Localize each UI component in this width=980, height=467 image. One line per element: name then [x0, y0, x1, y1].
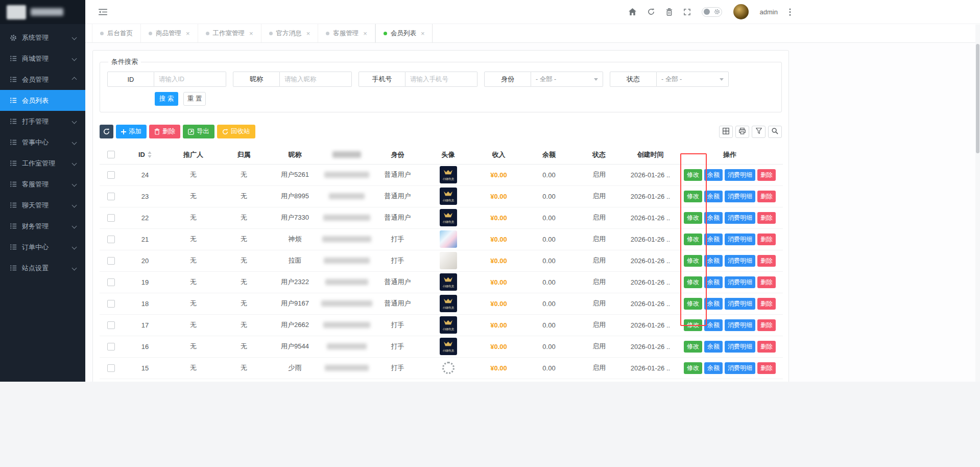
consume-detail-button[interactable]: 消费明细 — [725, 212, 755, 224]
row-checkbox[interactable] — [107, 214, 115, 222]
sidebar-item-7[interactable]: 工作室管理 — [0, 153, 85, 174]
edit-button[interactable]: 修改 — [684, 212, 702, 224]
consume-detail-button[interactable]: 消费明细 — [725, 169, 755, 181]
row-checkbox[interactable] — [107, 278, 115, 286]
consume-detail-button[interactable]: 消费明细 — [725, 319, 755, 331]
consume-detail-button[interactable]: 消费明细 — [725, 276, 755, 288]
sidebar-item-5[interactable]: 打手管理 — [0, 111, 85, 132]
tab-6[interactable]: 会员列表× — [375, 24, 433, 42]
refresh-table-button[interactable] — [100, 125, 113, 138]
admin-label[interactable]: admin — [760, 8, 778, 16]
edit-button[interactable]: 修改 — [684, 191, 702, 202]
delete-button[interactable]: 删除 — [757, 233, 776, 245]
tab-5[interactable]: 客服管理× — [318, 24, 375, 42]
balance-button[interactable]: 余额 — [704, 298, 723, 310]
row-checkbox[interactable] — [107, 236, 115, 243]
refresh-icon[interactable] — [648, 8, 655, 15]
scrollbar-thumb[interactable] — [976, 44, 979, 153]
tab-4[interactable]: 官方消息× — [261, 24, 319, 42]
row-checkbox[interactable] — [107, 343, 115, 351]
balance-button[interactable]: 余额 — [704, 319, 723, 331]
balance-button[interactable]: 余额 — [704, 362, 723, 374]
tab-close-icon[interactable]: × — [249, 30, 253, 37]
tab-close-icon[interactable]: × — [306, 30, 310, 37]
sidebar-item-3[interactable]: 会员管理 — [0, 69, 85, 90]
edit-button[interactable]: 修改 — [684, 169, 702, 181]
sidebar-item-9[interactable]: 聊天管理 — [0, 195, 85, 216]
delete-button[interactable]: 删除 — [757, 298, 776, 310]
balance-button[interactable]: 余额 — [704, 169, 723, 181]
toggle-columns-button[interactable] — [719, 126, 733, 138]
delete-button[interactable]: 删除 — [757, 169, 776, 181]
delete-button[interactable]: 删除 — [757, 191, 776, 202]
delete-button[interactable]: 删除 — [757, 255, 776, 267]
consume-detail-button[interactable]: 消费明细 — [725, 233, 755, 245]
consume-detail-button[interactable]: 消费明细 — [725, 191, 755, 202]
home-icon[interactable] — [629, 8, 636, 15]
delete-button[interactable]: 删除 — [757, 276, 776, 288]
delete-button[interactable]: 删除 — [757, 341, 776, 353]
balance-button[interactable]: 余额 — [704, 212, 723, 224]
select-all-checkbox[interactable] — [107, 151, 115, 158]
tab-3[interactable]: 工作室管理× — [198, 24, 261, 42]
tab-1[interactable]: 后台首页 — [92, 24, 141, 42]
reset-button[interactable]: 重 置 — [183, 92, 206, 106]
sidebar-item-1[interactable]: 系统管理 — [0, 27, 85, 48]
search-field-select[interactable]: - 全部 - — [657, 72, 729, 87]
search-button[interactable]: 搜 索 — [155, 92, 178, 106]
balance-button[interactable]: 余额 — [704, 276, 723, 288]
sort-icon[interactable] — [148, 151, 152, 158]
search-field-select[interactable]: - 全部 - — [531, 72, 603, 87]
consume-detail-button[interactable]: 消费明细 — [725, 298, 755, 310]
balance-button[interactable]: 余额 — [704, 255, 723, 267]
sidebar-item-10[interactable]: 财务管理 — [0, 216, 85, 237]
filter-button[interactable] — [752, 126, 766, 138]
delete-button[interactable]: 删除 — [757, 319, 776, 331]
consume-detail-button[interactable]: 消费明细 — [725, 362, 755, 374]
delete-button[interactable]: 删除 — [757, 362, 776, 374]
edit-button[interactable]: 修改 — [684, 362, 702, 374]
fullscreen-icon[interactable] — [684, 9, 690, 15]
search-toggle-button[interactable] — [768, 126, 782, 138]
balance-button[interactable]: 余额 — [704, 191, 723, 202]
theme-toggle[interactable] — [702, 7, 722, 17]
export-button[interactable]: 导出 — [183, 125, 214, 138]
clear-cache-trash-icon[interactable] — [666, 8, 673, 16]
tab-close-icon[interactable]: × — [186, 30, 190, 37]
tab-2[interactable]: 商品管理× — [141, 24, 198, 42]
sidebar-item-2[interactable]: 商城管理 — [0, 48, 85, 69]
row-checkbox[interactable] — [107, 300, 115, 308]
recycle-bin-button[interactable]: 回收站 — [217, 125, 255, 138]
print-button[interactable] — [735, 126, 749, 138]
tab-close-icon[interactable]: × — [363, 30, 367, 37]
balance-button[interactable]: 余额 — [704, 233, 723, 245]
user-avatar[interactable] — [733, 4, 749, 19]
more-menu-icon[interactable] — [789, 8, 791, 16]
edit-button[interactable]: 修改 — [684, 276, 702, 288]
edit-button[interactable]: 修改 — [684, 319, 702, 331]
sidebar-item-6[interactable]: 管事中心 — [0, 132, 85, 153]
row-checkbox[interactable] — [107, 364, 115, 372]
sidebar-item-4[interactable]: 会员列表 — [0, 90, 85, 111]
logo[interactable] — [0, 0, 85, 24]
search-field-input[interactable] — [405, 72, 477, 87]
balance-button[interactable]: 余额 — [704, 341, 723, 353]
sidebar-item-11[interactable]: 订单中心 — [0, 237, 85, 258]
collapse-sidebar-icon[interactable] — [99, 9, 107, 15]
add-button[interactable]: 添加 — [116, 125, 147, 138]
tab-close-icon[interactable]: × — [421, 30, 425, 37]
consume-detail-button[interactable]: 消费明细 — [725, 341, 755, 353]
row-checkbox[interactable] — [107, 171, 115, 179]
delete-button[interactable]: 删除 — [757, 212, 776, 224]
edit-button[interactable]: 修改 — [684, 233, 702, 245]
sidebar-item-8[interactable]: 客服管理 — [0, 174, 85, 195]
row-checkbox[interactable] — [107, 321, 115, 329]
search-field-input[interactable] — [280, 72, 352, 87]
edit-button[interactable]: 修改 — [684, 298, 702, 310]
search-field-input[interactable] — [154, 72, 226, 87]
edit-button[interactable]: 修改 — [684, 255, 702, 267]
sidebar-item-12[interactable]: 站点设置 — [0, 258, 85, 278]
row-checkbox[interactable] — [107, 193, 115, 200]
consume-detail-button[interactable]: 消费明细 — [725, 255, 755, 267]
delete-selected-button[interactable]: 删除 — [149, 125, 180, 138]
